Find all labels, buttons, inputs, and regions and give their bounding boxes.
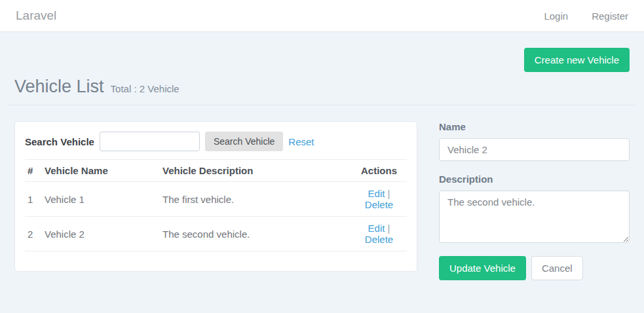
name-field-group: Name [439,121,630,161]
vehicle-description-cell: The second vehicle. [160,217,351,251]
page-title: Vehicle List [14,77,104,97]
vehicle-list-card: Search Vehicle Search Vehicle Reset # Ve… [14,121,417,272]
delete-link[interactable]: Delete [365,199,393,210]
table-header: # Vehicle Name Vehicle Description Actio… [25,160,407,182]
search-button[interactable]: Search Vehicle [205,132,283,151]
reset-link[interactable]: Reset [288,136,314,147]
vehicle-name-cell: Vehicle 1 [42,182,160,217]
column-header-actions: Actions [351,160,407,182]
row-number: 2 [25,217,42,251]
navbar: Laravel Login Register [0,0,644,32]
description-label: Description [439,174,630,185]
column-header-description: Vehicle Description [160,160,351,182]
table-row: 1 Vehicle 1 The first vehicle. Edit | De… [25,182,407,217]
name-label: Name [439,121,630,132]
cancel-button[interactable]: Cancel [531,256,583,280]
description-field-group: Description The second vehicle. [439,174,630,246]
column-header-name: Vehicle Name [42,160,160,182]
page-head: Vehicle List Total : 2 Vehicle [14,77,630,97]
login-link[interactable]: Login [544,10,568,22]
table-row: 2 Vehicle 2 The second vehicle. Edit | D… [25,217,407,251]
edit-link[interactable]: Edit [368,223,385,234]
create-vehicle-button[interactable]: Create new Vehicle [524,48,630,72]
search-form: Search Vehicle Search Vehicle Reset [25,129,407,159]
search-input[interactable] [100,132,200,151]
search-label: Search Vehicle [25,136,94,147]
update-vehicle-button[interactable]: Update Vehicle [439,256,526,280]
description-textarea[interactable]: The second vehicle. [439,191,630,243]
nav-links: Login Register [544,10,628,22]
edit-vehicle-form: Name Description The second vehicle. Upd… [439,121,630,280]
action-separator: | [388,188,390,199]
actions-cell: Edit | Delete [351,217,407,251]
vehicle-table: # Vehicle Name Vehicle Description Actio… [25,159,407,251]
delete-link[interactable]: Delete [365,234,393,245]
main-content: Create new Vehicle Vehicle List Total : … [0,48,644,280]
total-count: Total : 2 Vehicle [111,83,180,94]
brand-link[interactable]: Laravel [16,9,56,23]
vehicle-description-cell: The first vehicle. [160,182,351,217]
name-input[interactable] [439,138,630,161]
columns: Search Vehicle Search Vehicle Reset # Ve… [14,121,630,280]
form-buttons: Update Vehicle Cancel [439,256,630,280]
row-number: 1 [25,182,42,217]
top-actions: Create new Vehicle [14,48,630,72]
column-header-number: # [25,160,42,182]
divider [8,105,636,105]
edit-link[interactable]: Edit [368,188,385,199]
actions-cell: Edit | Delete [351,182,407,217]
register-link[interactable]: Register [592,10,628,22]
action-separator: | [388,223,390,234]
vehicle-name-cell: Vehicle 2 [42,217,160,251]
